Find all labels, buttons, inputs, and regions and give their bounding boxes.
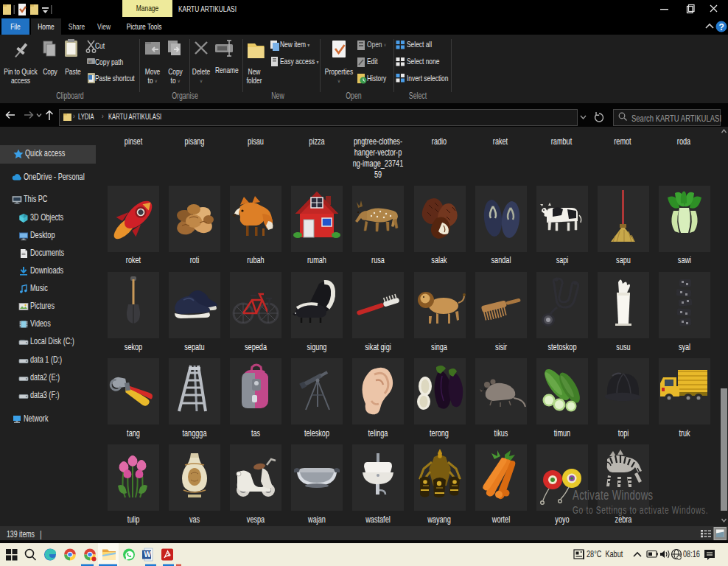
svg-text:W: W (88, 60, 93, 64)
svg-text:W: W (144, 551, 152, 559)
svg-text:?: ? (719, 22, 724, 32)
